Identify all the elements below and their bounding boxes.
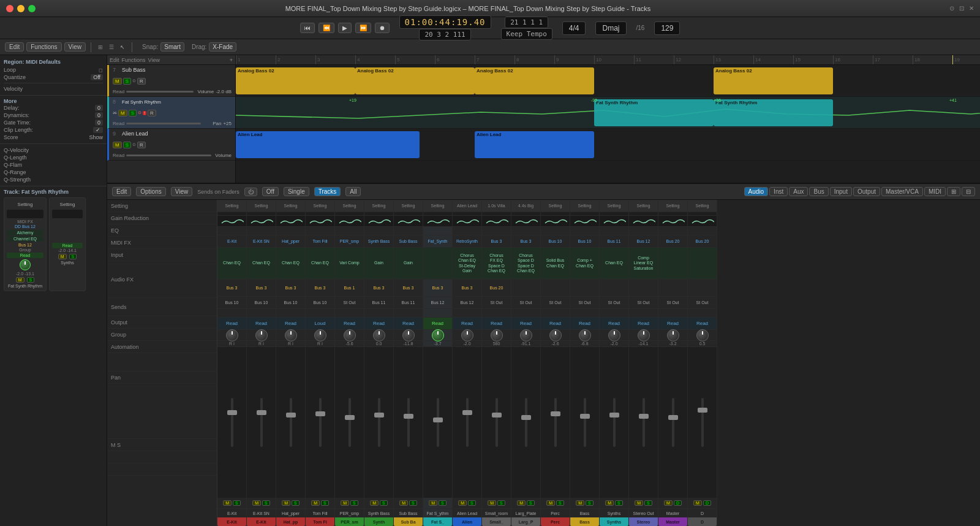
ch-sends-fatSynth[interactable]: Bus 3 [423,280,452,297]
ch-setting-stereoOut[interactable]: Setting [629,200,658,212]
ch-output-stereoOut[interactable]: St Out [629,297,658,309]
ch-fader-hatpper[interactable] [276,347,305,498]
ch-solo-ekitSN[interactable]: S [262,500,270,506]
ch-eq-stereoOut[interactable] [629,216,658,227]
ch-knob-perc[interactable] [549,329,562,341]
ch-fader-alienLead[interactable] [453,347,481,498]
ch-sends-perc[interactable] [541,280,570,297]
ch-fader-synths[interactable] [600,347,628,498]
ch-knob-stereoOut[interactable] [638,329,650,341]
ch-fx-perc[interactable]: Solid Bus Chan EQ [541,248,570,280]
ch-knob-ekit[interactable] [226,329,238,341]
ch-fx-subBass[interactable]: Gain [394,248,423,280]
ch-knob-dim[interactable] [696,329,709,341]
ch-setting-perc[interactable]: Setting [541,200,570,212]
region-analog-2[interactable]: Analog Bass 02 [355,67,475,94]
ch-input-perSmp[interactable]: PER_smp [335,235,364,248]
mini-ch2-solo[interactable]: S [69,254,77,259]
ch-mute-synthBass[interactable]: M [370,500,379,506]
ch-auto-subBass[interactable]: Read [394,318,423,330]
drag-value[interactable]: X-Fade [209,42,236,51]
ch-sends-alienLead[interactable]: Bus 3 [453,280,481,297]
read-btn-1[interactable]: R [137,78,146,85]
ch-fader-handle-master[interactable] [668,415,678,420]
ch-fx-alienLead[interactable]: Chorus Chan EQ St-Delay Gain [453,248,481,280]
ch-sends-dim[interactable] [688,280,717,297]
ch-output-subBass[interactable]: Bus 11 [394,297,423,309]
ch-fx-ekit[interactable]: Chan EQ [217,248,246,280]
ch-setting-synthBass[interactable]: Setting [364,200,393,212]
sends-faders-toggle[interactable]: ⏻ [244,188,257,196]
region-analog-3[interactable]: Analog Bass 02 [475,67,594,94]
minimize-button[interactable] [17,5,24,12]
ch-mute-ekit[interactable]: M [223,500,232,506]
ch-auto-fatSynth[interactable]: Read [423,318,452,330]
ch-solo-fatSynth[interactable]: S [439,500,447,506]
ch-output-bass[interactable]: St Out [570,297,599,309]
ch-output-dim[interactable]: St Out [688,297,717,309]
vol-slider-3[interactable] [126,154,211,156]
ch-sends-bass[interactable] [570,280,599,297]
ch-fader-bass[interactable] [570,347,599,498]
ch-input-alienLead[interactable]: RetroSynth [453,235,481,248]
ch-mute-synths[interactable]: M [605,500,614,506]
ch-input-subBass[interactable]: Sub Bass [394,235,423,248]
ch-knob-perSmp[interactable] [344,329,356,341]
ch-solo-tomFill[interactable]: S [321,500,329,506]
vol-slider-1[interactable] [126,91,194,93]
ch-fx-perSmp[interactable]: Vari Comp [335,248,364,280]
ch-eq-perc[interactable] [541,216,570,227]
ch-eq-hatpper[interactable] [276,216,305,227]
ch-sends-smlRoom[interactable]: Bus 20 [482,280,511,297]
mute-btn-3[interactable]: M [113,142,122,148]
ch-eq-smlRoom[interactable] [482,216,511,227]
ch-fader-tomFill[interactable] [306,347,334,498]
ch-sends-hatpper[interactable]: Bus 3 [276,280,305,297]
ch-fx-hatpper[interactable]: Chan EQ [276,248,305,280]
ch-knob-smlRoom[interactable] [491,329,503,341]
read-btn-3[interactable]: R [137,142,146,148]
ch-mute-bass[interactable]: M [576,500,584,506]
ch-solo-smlRoom[interactable]: S [497,500,505,506]
ch-knob-subBass[interactable] [402,329,415,341]
filter-input[interactable]: Input [830,187,852,196]
ch-eq-tomFill[interactable] [306,216,334,227]
ch-knob-synths[interactable] [608,329,620,341]
track-lane-fatsynth[interactable]: Fat Synth Rhythm Fat Synth Rhythm +19 -9… [236,97,980,129]
region-analog-1[interactable]: Analog Bass 02 [236,67,355,94]
snap-value[interactable]: Smart [160,42,184,51]
mixer-edit-btn[interactable]: Edit [112,187,131,196]
vol-slider-2[interactable] [126,123,201,124]
ch-knob-fatSynth[interactable] [432,329,444,341]
ch-sends-master[interactable] [658,280,687,297]
filter-bus[interactable]: Bus [809,187,828,196]
ch-eq-master[interactable] [658,216,687,227]
ch-sends-tomFill[interactable]: Bus 3 [306,280,334,297]
ch-solo-hatpper[interactable]: S [292,500,300,506]
ch-knob-alienLead[interactable] [461,329,473,341]
mini-ch1-solo[interactable]: S [27,277,35,283]
ch-fader-handle-ekit[interactable] [227,410,237,415]
ch-input-ekit[interactable]: E-Kit [217,235,246,248]
ch-mute-largPlate[interactable]: M [517,500,526,506]
ch-sends-largPlate[interactable] [511,280,540,297]
region-fatsynth-2[interactable]: Fat Synth Rhythm [714,99,833,126]
functions-button[interactable]: Functions [26,42,61,51]
arrange-edit[interactable]: Edit [110,57,119,63]
ch-knob-largPlate[interactable] [520,329,532,341]
region-analog-4[interactable]: Analog Bass 02 [714,67,833,94]
ch-output-perSmp[interactable]: St Out [335,297,364,309]
mini-ch1-mute[interactable]: M [16,277,24,283]
mixer-single-btn[interactable]: Single [284,187,309,196]
ch-mute-dim[interactable]: M [693,500,702,506]
ch-fader-handle-smlRoom[interactable] [492,413,502,417]
ch-output-tomFill[interactable]: Bus 10 [306,297,334,309]
ch-auto-largPlate[interactable]: Read [511,318,540,330]
score-value[interactable]: Show [89,134,103,140]
ch-knob-ekitSN[interactable] [255,329,268,341]
ch-input-ekitSN[interactable]: E-Kit SN [247,235,276,248]
ch-solo-bass[interactable]: S [586,500,594,506]
ch-fader-handle-ekitSN[interactable] [257,410,266,415]
ch-mute-ekitSN[interactable]: M [252,500,261,506]
track-lane-subbass[interactable]: Analog Bass 02 Analog Bass 02 Analog Bas… [236,65,980,97]
